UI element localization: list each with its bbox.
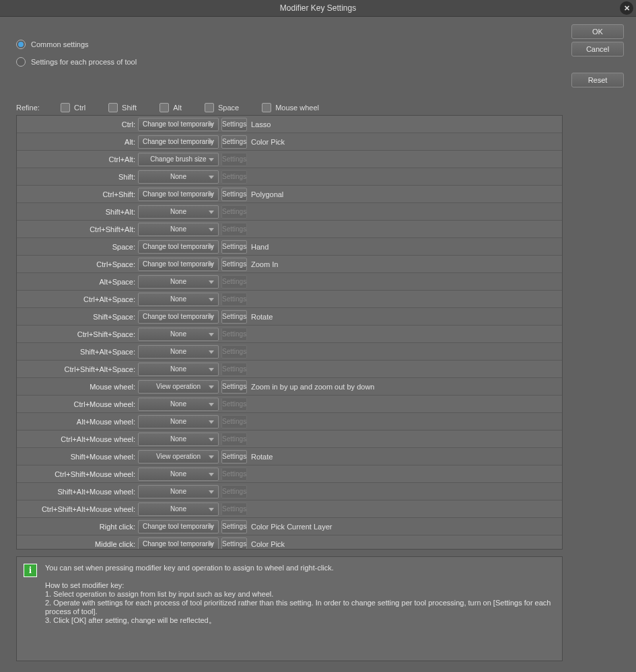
- operation-select[interactable]: Change tool temporarily: [138, 118, 219, 131]
- operation-select[interactable]: None: [138, 345, 219, 359]
- operation-select[interactable]: Change brush size: [138, 153, 219, 166]
- key-label: Ctrl+Alt+Mouse wheel:: [17, 435, 138, 443]
- radio-per-tool-settings[interactable]: [16, 57, 26, 67]
- operation-select[interactable]: Change tool temporarily: [138, 537, 219, 550]
- settings-button: Settings: [221, 170, 247, 184]
- settings-button[interactable]: Settings: [221, 537, 247, 550]
- settings-button[interactable]: Settings: [221, 380, 247, 394]
- refine-space-checkbox[interactable]: [205, 103, 214, 112]
- settings-button: Settings: [221, 502, 247, 516]
- row-description: Color Pick: [250, 138, 285, 146]
- modifier-row: Ctrl+Space:Change tool temporarilySettin…: [17, 256, 562, 273]
- key-label: Ctrl+Shift+Alt+Mouse wheel:: [17, 505, 138, 513]
- modifier-row: Shift+Alt+Space:NoneSettings: [17, 343, 562, 361]
- settings-button: Settings: [221, 223, 247, 236]
- settings-button: Settings: [221, 433, 247, 446]
- operation-select[interactable]: None: [138, 468, 219, 481]
- modifier-row: Ctrl+Shift+Space:NoneSettings: [17, 326, 562, 343]
- refine-shift-checkbox[interactable]: [108, 103, 118, 112]
- titlebar: Modifier Key Settings ✕: [0, 0, 636, 17]
- key-label: Alt+Mouse wheel:: [17, 418, 138, 426]
- modifier-row: Alt+Space:NoneSettings: [17, 273, 562, 291]
- settings-button: Settings: [221, 398, 247, 411]
- modifier-row: Shift+Mouse wheel:View operationSettings…: [17, 448, 562, 465]
- key-label: Ctrl+Mouse wheel:: [17, 400, 138, 408]
- dialog-title: Modifier Key Settings: [280, 3, 356, 13]
- key-label: Alt+Space:: [17, 278, 138, 286]
- modifier-row: Shift+Space:Change tool temporarilySetti…: [17, 308, 562, 326]
- operation-select[interactable]: None: [138, 170, 219, 184]
- operation-select[interactable]: None: [138, 485, 219, 498]
- settings-button[interactable]: Settings: [221, 520, 247, 533]
- key-label: Ctrl+Shift+Alt+Space:: [17, 365, 138, 373]
- refine-space-label: Space: [218, 104, 239, 112]
- modifier-row: Alt+Mouse wheel:NoneSettings: [17, 413, 562, 431]
- modifier-row: Mouse wheel:View operationSettingsZoom i…: [17, 378, 562, 396]
- modifier-table[interactable]: Ctrl:Change tool temporarilySettingsLass…: [16, 115, 563, 550]
- key-label: Shift+Mouse wheel:: [17, 453, 138, 461]
- row-description: Hand: [250, 243, 269, 251]
- settings-button: Settings: [221, 485, 247, 498]
- info-text: You can set when pressing modifier key a…: [45, 564, 555, 654]
- operation-select[interactable]: Change tool temporarily: [138, 258, 219, 271]
- settings-button[interactable]: Settings: [221, 450, 247, 463]
- refine-wheel-checkbox[interactable]: [262, 103, 271, 112]
- settings-button[interactable]: Settings: [221, 188, 247, 201]
- operation-select[interactable]: None: [138, 293, 219, 306]
- settings-button: Settings: [221, 345, 247, 359]
- row-description: Rotate: [250, 313, 273, 321]
- settings-button[interactable]: Settings: [221, 240, 247, 254]
- settings-button: Settings: [221, 205, 247, 219]
- row-description: Zoom In: [250, 260, 278, 268]
- operation-select[interactable]: View operation: [138, 380, 219, 394]
- operation-select[interactable]: Change tool temporarily: [138, 310, 219, 324]
- operation-select[interactable]: None: [138, 328, 219, 341]
- key-label: Alt:: [17, 138, 138, 146]
- key-label: Shift+Space:: [17, 313, 138, 321]
- operation-select[interactable]: None: [138, 223, 219, 236]
- refine-wheel-label: Mouse wheel: [275, 104, 319, 112]
- settings-button[interactable]: Settings: [221, 118, 247, 131]
- settings-button[interactable]: Settings: [221, 310, 247, 324]
- key-label: Ctrl+Alt+Space:: [17, 295, 138, 303]
- modifier-row: Space:Change tool temporarilySettingsHan…: [17, 238, 562, 256]
- operation-select[interactable]: Change tool temporarily: [138, 240, 219, 254]
- key-label: Ctrl+Space:: [17, 260, 138, 268]
- operation-select[interactable]: Change tool temporarily: [138, 188, 219, 201]
- radio-common-label: Common settings: [31, 40, 89, 48]
- refine-ctrl-checkbox[interactable]: [61, 103, 70, 112]
- key-label: Shift+Alt+Space:: [17, 348, 138, 356]
- settings-button: Settings: [221, 468, 247, 481]
- radio-common-settings[interactable]: [16, 40, 26, 49]
- operation-select[interactable]: None: [138, 415, 219, 428]
- info-panel: i You can set when pressing modifier key…: [16, 556, 563, 661]
- operation-select[interactable]: None: [138, 205, 219, 219]
- modifier-row: Shift+Alt:NoneSettings: [17, 203, 562, 221]
- key-label: Space:: [17, 243, 138, 251]
- settings-button[interactable]: Settings: [221, 258, 247, 271]
- operation-select[interactable]: Change tool temporarily: [138, 520, 219, 533]
- modifier-row: Shift+Alt+Mouse wheel:NoneSettings: [17, 483, 562, 500]
- operation-select[interactable]: None: [138, 275, 219, 289]
- modifier-row: Ctrl+Shift+Alt+Space:NoneSettings: [17, 361, 562, 378]
- operation-select[interactable]: View operation: [138, 450, 219, 463]
- close-icon[interactable]: ✕: [620, 1, 633, 15]
- operation-select[interactable]: None: [138, 433, 219, 446]
- refine-alt-checkbox[interactable]: [160, 103, 169, 112]
- operation-select[interactable]: Change tool temporarily: [138, 135, 219, 149]
- settings-button: Settings: [221, 328, 247, 341]
- refine-shift-label: Shift: [122, 104, 137, 112]
- operation-select[interactable]: None: [138, 502, 219, 516]
- modifier-row: Ctrl+Mouse wheel:NoneSettings: [17, 396, 562, 413]
- row-description: Lasso: [250, 120, 271, 128]
- operation-select[interactable]: None: [138, 363, 219, 376]
- key-label: Ctrl+Shift+Mouse wheel:: [17, 470, 138, 478]
- modifier-row: Ctrl+Shift+Alt:NoneSettings: [17, 221, 562, 238]
- settings-button[interactable]: Settings: [221, 135, 247, 149]
- row-description: Color Pick Current Layer: [250, 523, 332, 531]
- key-label: Middle click:: [17, 540, 138, 548]
- operation-select[interactable]: None: [138, 398, 219, 411]
- refine-ctrl-label: Ctrl: [74, 104, 85, 112]
- settings-button: Settings: [221, 153, 247, 166]
- modifier-row: Ctrl+Alt+Mouse wheel:NoneSettings: [17, 431, 562, 448]
